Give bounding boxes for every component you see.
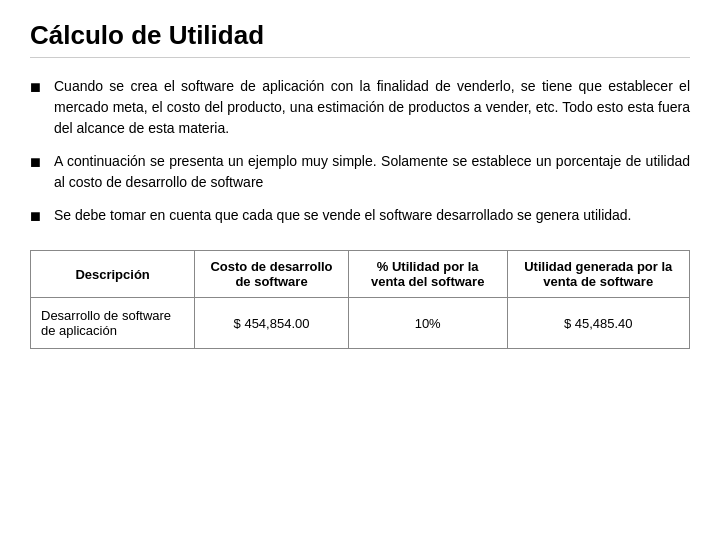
page: Cálculo de Utilidad ■ Cuando se crea el …	[0, 0, 720, 540]
col-header-descripcion: Descripción	[31, 251, 195, 298]
bullet-icon: ■	[30, 205, 48, 228]
col-header-costo: Costo de desarrollo de software	[195, 251, 349, 298]
bullet-icon: ■	[30, 151, 48, 174]
bullet-icon: ■	[30, 76, 48, 99]
cell-costo: $ 454,854.00	[195, 298, 349, 349]
bullet-text-1: Cuando se crea el software de aplicación…	[54, 76, 690, 139]
list-item: ■ Se debe tomar en cuenta que cada que s…	[30, 205, 690, 228]
cell-utilidad: $ 45,485.40	[507, 298, 690, 349]
table-header-row: Descripción Costo de desarrollo de softw…	[31, 251, 690, 298]
list-item: ■ Cuando se crea el software de aplicaci…	[30, 76, 690, 139]
cell-descripcion: Desarrollo de software de aplicación	[31, 298, 195, 349]
cell-porcentaje: 10%	[348, 298, 507, 349]
page-title: Cálculo de Utilidad	[30, 20, 690, 58]
col-header-porcentaje: % Utilidad por la venta del software	[348, 251, 507, 298]
col-header-utilidad: Utilidad generada por la venta de softwa…	[507, 251, 690, 298]
data-table: Descripción Costo de desarrollo de softw…	[30, 250, 690, 349]
table-row: Desarrollo de software de aplicación $ 4…	[31, 298, 690, 349]
bullet-list: ■ Cuando se crea el software de aplicaci…	[30, 76, 690, 228]
bullet-text-2: A continuación se presenta un ejemplo mu…	[54, 151, 690, 193]
list-item: ■ A continuación se presenta un ejemplo …	[30, 151, 690, 193]
bullet-text-3: Se debe tomar en cuenta que cada que se …	[54, 205, 690, 226]
